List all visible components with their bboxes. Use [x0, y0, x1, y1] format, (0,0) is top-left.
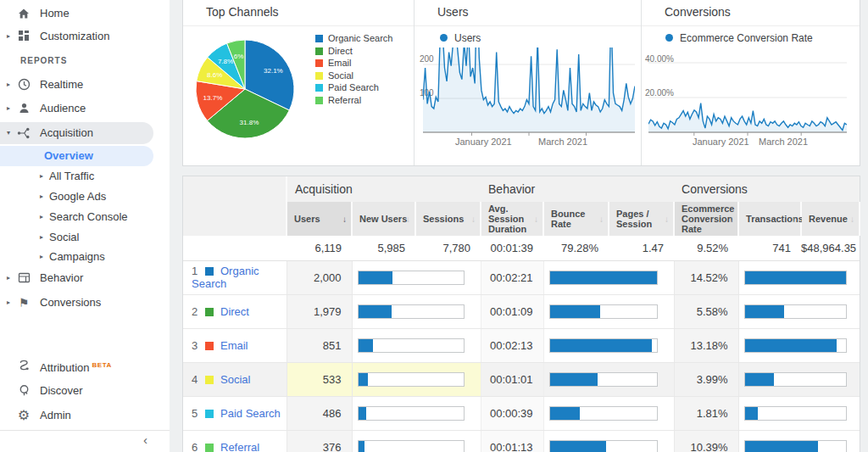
bounce-rate-bar-cell	[543, 294, 674, 328]
sidebar-item-search-console[interactable]: ▸ Search Console	[0, 208, 170, 226]
group-header-acquisition: Acquisition	[287, 176, 481, 202]
sidebar-item-acquisition[interactable]: ▾ Acquisition	[0, 122, 170, 144]
sidebar-item-customization[interactable]: ▸ Customization	[0, 25, 170, 47]
legend-label: Paid Search	[328, 82, 379, 92]
sidebar-item-label: All Traffic	[49, 167, 94, 186]
row-rank: 6	[192, 441, 203, 452]
channel-color-swatch	[205, 410, 214, 418]
legend-swatch	[315, 84, 323, 92]
sidebar-item-home[interactable]: Home	[0, 3, 170, 25]
users-bar-cell	[352, 396, 481, 430]
channel-link[interactable]: Referral	[220, 441, 259, 452]
column-header-revenue[interactable]: Revenue↓	[801, 202, 860, 236]
avg-duration-cell: 00:02:13	[481, 328, 543, 362]
sidebar-item-campaigns[interactable]: ▸ Campaigns	[0, 248, 170, 266]
bounce-rate-bar-fill	[550, 407, 580, 420]
clock-icon	[17, 78, 31, 92]
column-header-transactions[interactable]: Transactions↓	[738, 202, 801, 236]
transactions-bar-cell	[738, 396, 860, 430]
card-title: Users	[437, 5, 469, 19]
column-header-new-users[interactable]: New Users↓	[352, 202, 415, 236]
sidebar-item-all-traffic[interactable]: ▸ All Traffic	[0, 167, 170, 186]
column-header-sessions[interactable]: Sessions↓	[415, 202, 481, 236]
sidebar-item-audience[interactable]: ▸ Audience	[0, 98, 170, 120]
pie-slice-label: 8.6%	[207, 71, 222, 79]
users-bar	[358, 304, 465, 319]
table-row-paid-search: 5Paid Search48600:00:391.81%	[183, 396, 860, 430]
sidebar-item-label: Google Ads	[49, 187, 106, 206]
sidebar-item-label: Customization	[40, 25, 109, 47]
row-rank: 4	[192, 373, 203, 386]
legend-item: Paid Search	[315, 82, 392, 95]
ga-acquisition-overview-page: Home ▸ Customization REPORTS ▸ Realtime …	[0, 0, 868, 452]
totals-new-users: 5,985	[352, 236, 415, 260]
sidebar-item-social[interactable]: ▸ Social	[0, 228, 170, 247]
totals-users: 6,119	[287, 236, 352, 260]
legend-label: Direct	[328, 46, 353, 56]
chevron-right-icon: ▸	[40, 248, 43, 266]
transactions-bar	[744, 338, 848, 353]
sidebar-item-label: Home	[40, 3, 70, 25]
totals-avg-duration: 00:01:39	[481, 236, 543, 260]
users-value-cell: 486	[287, 396, 352, 430]
transactions-bar-cell	[738, 362, 860, 396]
collapse-sidebar-icon[interactable]: ‹	[143, 432, 147, 447]
channel-cell: 2Direct	[183, 294, 287, 328]
reports-section-label: REPORTS	[20, 56, 67, 65]
column-header-avg-session-duration[interactable]: Avg. Session Duration↓	[481, 202, 543, 236]
sidebar-item-conversions[interactable]: ▸ ⚑ Conversions	[0, 292, 170, 314]
customization-icon	[17, 30, 31, 43]
channel-link[interactable]: Email	[220, 339, 248, 352]
column-header-pages-session[interactable]: Pages / Session↓	[609, 202, 674, 236]
avg-duration-cell: 00:02:21	[481, 260, 543, 294]
table-row-social: 4Social53300:01:013.99%	[183, 362, 860, 396]
column-header-users[interactable]: Users↓	[287, 202, 352, 236]
x-axis-tick: March 2021	[538, 137, 587, 147]
channel-column-header	[183, 176, 287, 236]
channel-link[interactable]: Social	[220, 373, 250, 386]
sort-icon: ↓	[850, 215, 854, 224]
sidebar-item-discover[interactable]: Discover	[0, 380, 170, 402]
conversions-line-chart[interactable]	[648, 47, 847, 137]
sidebar-item-label: Audience	[40, 98, 86, 120]
divider	[642, 25, 860, 26]
users-bar-fill	[359, 271, 393, 284]
column-header-ecommerce-conversion-rate[interactable]: Ecommerce Conversion Rate↓	[674, 202, 738, 236]
transactions-bar-cell	[738, 260, 860, 294]
users-line-chart[interactable]	[423, 47, 635, 137]
bounce-rate-bar-cell	[543, 260, 674, 294]
sidebar-item-behavior[interactable]: ▸ Behavior	[0, 267, 170, 289]
channel-link[interactable]: Paid Search	[220, 407, 281, 420]
avg-duration-cell: 00:01:09	[481, 294, 543, 328]
legend-swatch	[315, 47, 323, 55]
users-bar-cell	[352, 328, 481, 362]
top-channels-pie-chart[interactable]: 32.1%31.8%13.7%8.6%7.8%6%	[192, 36, 298, 142]
column-header-bounce-rate[interactable]: Bounce Rate↓	[543, 202, 609, 236]
sidebar-item-attribution[interactable]: AttributionBETA	[0, 354, 170, 377]
legend-item: Organic Search	[315, 33, 392, 46]
channel-color-swatch	[205, 342, 214, 350]
sidebar-item-admin[interactable]: ⚙ Admin	[0, 405, 170, 427]
sidebar-item-label: Realtime	[40, 74, 83, 96]
users-bar-fill	[359, 407, 367, 420]
chevron-right-icon: ▸	[7, 267, 15, 289]
table-row-email: 3Email85100:02:1313.18%	[183, 328, 860, 362]
channel-color-swatch	[205, 376, 214, 384]
sidebar-item-overview[interactable]: Overview	[0, 147, 170, 165]
series-area-fill	[423, 47, 635, 132]
sidebar-item-label: Discover	[40, 380, 83, 402]
divider	[183, 25, 414, 26]
channel-link[interactable]: Direct	[220, 305, 249, 318]
sidebar-item-label: Admin	[40, 405, 71, 427]
transactions-bar	[744, 440, 848, 452]
avg-duration-cell: 00:01:01	[481, 362, 543, 396]
chevron-right-icon: ▸	[40, 228, 43, 247]
x-axis-tick: January 2021	[693, 137, 749, 147]
sidebar-item-google-ads[interactable]: ▸ Google Ads	[0, 187, 170, 206]
bounce-rate-bar-fill	[550, 339, 653, 352]
transactions-bar-cell	[738, 328, 860, 362]
lightbulb-icon	[17, 384, 31, 398]
sidebar-item-realtime[interactable]: ▸ Realtime	[0, 74, 170, 96]
users-bar	[358, 440, 465, 452]
legend-label: Organic Search	[328, 33, 392, 43]
